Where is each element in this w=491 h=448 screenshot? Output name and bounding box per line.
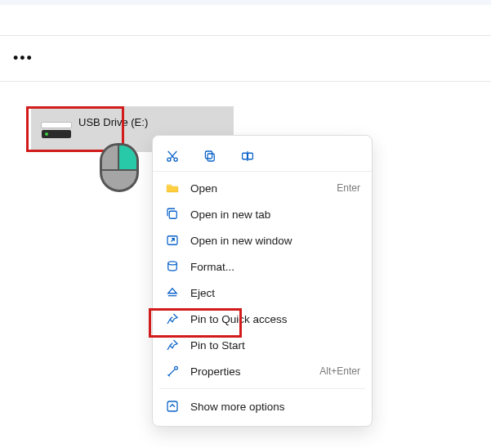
svg-rect-7	[248, 153, 252, 159]
menu-pin-start-label: Pin to Start	[190, 339, 360, 352]
ribbon-area	[0, 5, 491, 36]
more-options-icon[interactable]: •••	[13, 50, 33, 67]
menu-eject-label: Eject	[190, 287, 360, 299]
format-icon	[164, 258, 181, 275]
external-window-icon	[164, 232, 181, 249]
svg-rect-15	[167, 401, 177, 411]
svg-rect-9	[167, 185, 172, 186]
rename-icon[interactable]	[239, 148, 256, 164]
menu-separator	[159, 388, 365, 389]
menu-show-more-options[interactable]: Show more options	[153, 393, 372, 419]
properties-icon	[164, 363, 181, 379]
svg-point-12	[168, 262, 177, 265]
menu-more-options-label: Show more options	[190, 401, 360, 413]
menu-open-new-window-label: Open in new window	[190, 235, 360, 247]
context-menu: Open Enter Open in new tab Open in new w…	[152, 135, 373, 427]
svg-rect-4	[208, 154, 214, 161]
menu-pin-quick-access[interactable]: Pin to Quick access	[153, 306, 372, 332]
menu-properties-shortcut: Alt+Enter	[319, 365, 360, 377]
svg-rect-6	[243, 153, 248, 159]
svg-point-1	[174, 158, 177, 161]
drive-icon	[41, 122, 72, 143]
menu-pin-quick-label: Pin to Quick access	[190, 313, 360, 325]
menu-pin-start[interactable]: Pin to Start	[153, 332, 372, 358]
menu-eject[interactable]: Eject	[153, 280, 372, 306]
svg-point-0	[167, 158, 171, 161]
file-view: USB Drive (E:)	[0, 82, 491, 152]
svg-point-14	[175, 366, 178, 370]
drive-label: USB Drive (E:)	[78, 116, 148, 128]
menu-open-new-tab-label: Open in new tab	[190, 208, 360, 221]
context-menu-icon-row	[153, 141, 372, 172]
menu-format[interactable]: Format...	[153, 253, 372, 280]
menu-open-shortcut: Enter	[337, 182, 360, 194]
menu-properties[interactable]: Properties Alt+Enter	[153, 358, 372, 384]
menu-properties-label: Properties	[190, 365, 319, 378]
cut-icon[interactable]	[164, 148, 181, 164]
menu-open-new-window[interactable]: Open in new window	[153, 227, 372, 253]
pin-icon	[164, 311, 181, 327]
mouse-rightclick-graphic	[100, 143, 144, 195]
pin-start-icon	[164, 337, 181, 353]
svg-rect-10	[169, 211, 176, 218]
svg-rect-5	[205, 151, 212, 159]
menu-open-label: Open	[190, 182, 337, 195]
more-options-expand-icon	[164, 398, 181, 414]
menu-open-new-tab[interactable]: Open in new tab	[153, 201, 372, 227]
new-tab-icon	[164, 206, 181, 222]
eject-icon	[164, 284, 181, 301]
toolbar: •••	[0, 36, 491, 82]
menu-open[interactable]: Open Enter	[153, 175, 372, 201]
folder-open-icon	[164, 180, 181, 196]
copy-icon[interactable]	[202, 148, 218, 164]
menu-format-label: Format...	[190, 261, 360, 273]
